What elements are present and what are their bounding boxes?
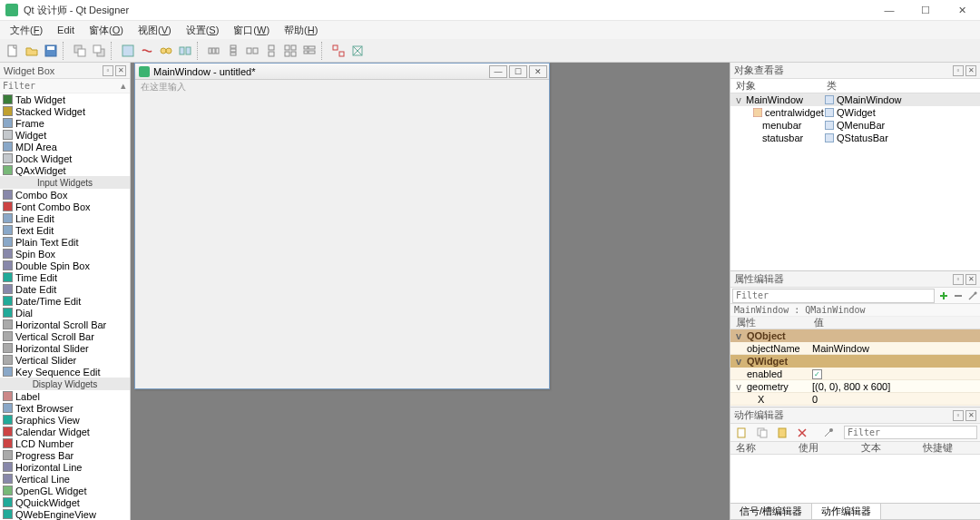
maximize-button[interactable]: ☐ [907, 0, 944, 21]
widget-item[interactable]: Spin Box [0, 248, 130, 260]
config-property-button[interactable] [965, 289, 980, 303]
layout-vert-button[interactable] [224, 42, 242, 60]
property-row[interactable]: objectNameMainWindow [730, 342, 980, 355]
minimize-button[interactable]: — [871, 0, 907, 21]
widget-item[interactable]: Date Edit [0, 283, 130, 295]
bring-front-button[interactable] [90, 42, 108, 60]
save-file-button[interactable] [42, 42, 60, 60]
menu-窗体[interactable]: 窗体(O) [83, 23, 130, 38]
menu-文件[interactable]: 文件(F) [4, 23, 49, 38]
widget-item[interactable]: Horizontal Slider [0, 342, 130, 354]
edit-taborder-button[interactable] [176, 42, 194, 60]
widget-item[interactable]: Vertical Line [0, 473, 130, 485]
close-panel-button[interactable]: ✕ [115, 65, 126, 76]
widget-item[interactable]: Combo Box [0, 189, 130, 201]
action-column-header[interactable]: 文本 [856, 442, 918, 454]
tab-信号/槽编辑器[interactable]: 信号/槽编辑器 [730, 504, 812, 519]
tab-动作编辑器[interactable]: 动作编辑器 [812, 504, 881, 519]
edit-widgets-button[interactable] [119, 42, 137, 60]
layout-grid-button[interactable] [281, 42, 299, 60]
new-action-button[interactable] [733, 424, 751, 442]
action-column-header[interactable]: 名称 [730, 442, 793, 454]
dock-button[interactable]: ▫ [953, 410, 964, 421]
adjust-size-button[interactable] [348, 42, 367, 60]
action-list[interactable] [730, 455, 980, 503]
widget-item[interactable]: QAxWidget [0, 164, 130, 176]
form-window[interactable]: MainWindow - untitled* — ☐ ✕ 在这里输入 [134, 63, 550, 389]
copy-action-button[interactable] [753, 424, 771, 442]
close-panel-button[interactable]: ✕ [965, 410, 976, 421]
layout-horiz-button[interactable] [205, 42, 223, 60]
open-file-button[interactable] [23, 42, 41, 60]
widget-item[interactable]: Dial [0, 307, 130, 319]
widget-item[interactable]: Date/Time Edit [0, 295, 130, 307]
break-layout-button[interactable] [329, 42, 348, 60]
configure-action-button[interactable] [820, 424, 838, 442]
delete-action-button[interactable] [793, 424, 811, 442]
widget-list[interactable]: Tab WidgetStacked WidgetFrameWidgetMDI A… [0, 93, 130, 520]
widget-item[interactable]: Horizontal Scroll Bar [0, 319, 130, 330]
widget-item[interactable]: Dock Widget [0, 152, 130, 164]
widget-item[interactable]: Vertical Slider [0, 354, 130, 366]
action-column-header[interactable]: 快捷键 [917, 442, 980, 454]
widget-item[interactable]: Time Edit [0, 271, 130, 283]
widget-item[interactable]: Calendar Widget [0, 426, 130, 437]
widget-item[interactable]: Line Edit [0, 212, 130, 224]
close-panel-button[interactable]: ✕ [965, 274, 976, 285]
property-group[interactable]: vQObject [730, 329, 980, 342]
property-group[interactable]: vQWidget [730, 355, 980, 368]
widget-item[interactable]: Double Spin Box [0, 260, 130, 271]
add-property-button[interactable] [936, 289, 951, 303]
edit-signals-button[interactable] [138, 42, 156, 60]
action-column-header[interactable]: 使用 [793, 442, 856, 454]
form-maximize-button[interactable]: ☐ [509, 65, 527, 78]
menu-视图[interactable]: 视图(V) [132, 23, 178, 38]
widget-item[interactable]: Text Browser [0, 402, 130, 414]
design-area[interactable]: MainWindow - untitled* — ☐ ✕ 在这里输入 [131, 63, 730, 520]
new-file-button[interactable] [4, 42, 22, 60]
scroll-up-icon[interactable]: ▴ [119, 80, 127, 92]
widget-group-header[interactable]: Input Widgets [0, 176, 130, 189]
layout-vert-split-button[interactable] [262, 42, 280, 60]
menu-设置[interactable]: 设置(S) [180, 23, 226, 38]
widget-item[interactable]: Stacked Widget [0, 105, 130, 117]
widget-item[interactable]: QWebEngineView [0, 508, 130, 520]
property-row[interactable]: X0 [730, 393, 980, 406]
widget-item[interactable]: Key Sequence Edit [0, 366, 130, 378]
widget-item[interactable]: Vertical Scroll Bar [0, 330, 130, 342]
paste-action-button[interactable] [773, 424, 791, 442]
action-filter-input[interactable] [844, 426, 977, 439]
menu-edit[interactable]: Edit [51, 24, 81, 36]
widget-item[interactable]: Text Edit [0, 224, 130, 236]
widget-item[interactable]: Tab Widget [0, 93, 130, 105]
form-minimize-button[interactable]: — [489, 65, 507, 78]
menubar-hint[interactable]: 在这里输入 [135, 80, 549, 94]
dock-button[interactable]: ▫ [103, 65, 113, 76]
edit-buddies-button[interactable] [157, 42, 175, 60]
layout-horiz-split-button[interactable] [243, 42, 261, 60]
widget-item[interactable]: Graphics View [0, 414, 130, 426]
widget-item[interactable]: Horizontal Line [0, 461, 130, 473]
form-canvas[interactable] [142, 96, 542, 381]
property-list[interactable]: vQObjectobjectNameMainWindowvQWidgetenab… [730, 329, 980, 407]
widget-item[interactable]: Plain Text Edit [0, 236, 130, 248]
send-back-button[interactable] [71, 42, 89, 60]
property-row[interactable]: vgeometry[(0, 0), 800 x 600] [730, 380, 980, 393]
object-row[interactable]: statusbarQStatusBar [730, 132, 980, 144]
widget-item[interactable]: Progress Bar [0, 449, 130, 461]
widget-item[interactable]: MDI Area [0, 141, 130, 152]
widget-item[interactable]: Widget [0, 129, 130, 141]
dock-button[interactable]: ▫ [953, 65, 964, 76]
checkbox-icon[interactable]: ✓ [812, 369, 822, 379]
widget-item[interactable]: OpenGL Widget [0, 485, 130, 496]
widget-item[interactable]: Label [0, 390, 130, 402]
layout-form-button[interactable] [300, 42, 318, 60]
object-tree[interactable]: vMainWindowQMainWindowcentralwidgetQWidg… [730, 93, 980, 270]
widget-item[interactable]: Frame [0, 117, 130, 129]
object-row[interactable]: vMainWindowQMainWindow [730, 93, 980, 106]
close-button[interactable]: ✕ [944, 0, 980, 21]
widget-filter-input[interactable] [3, 81, 119, 91]
object-row[interactable]: menubarQMenuBar [730, 119, 980, 132]
widget-item[interactable]: QQuickWidget [0, 496, 130, 508]
close-panel-button[interactable]: ✕ [965, 65, 976, 76]
